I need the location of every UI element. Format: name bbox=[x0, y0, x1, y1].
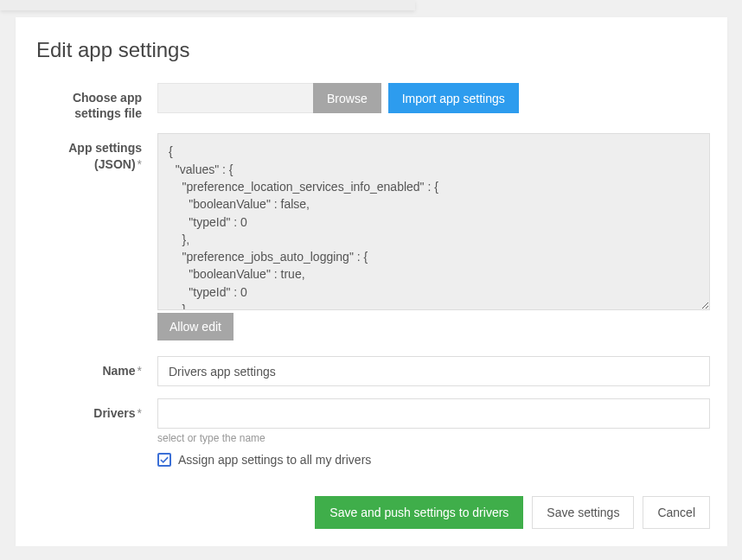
save-settings-button[interactable]: Save settings bbox=[532, 496, 634, 529]
top-shadow bbox=[0, 0, 415, 10]
assign-all-row: Assign app settings to all my drivers bbox=[157, 453, 710, 467]
json-row: App settings (JSON)* Allow edit bbox=[36, 133, 710, 340]
json-label: App settings (JSON)* bbox=[36, 133, 157, 171]
name-input[interactable] bbox=[157, 356, 710, 386]
assign-all-checkbox[interactable] bbox=[157, 453, 171, 467]
choose-file-label: Choose app settings file bbox=[36, 83, 157, 121]
browse-button[interactable]: Browse bbox=[313, 83, 381, 113]
app-settings-json-textarea[interactable] bbox=[157, 133, 710, 310]
edit-app-settings-modal: Edit app settings Choose app settings fi… bbox=[16, 17, 727, 546]
drivers-hint: select or type the name bbox=[157, 432, 710, 444]
name-row: Name* bbox=[36, 356, 710, 386]
allow-edit-button[interactable]: Allow edit bbox=[157, 313, 233, 340]
save-and-push-button[interactable]: Save and push settings to drivers bbox=[315, 496, 523, 529]
drivers-row: Drivers* select or type the name Assign … bbox=[36, 398, 710, 467]
modal-title: Edit app settings bbox=[36, 38, 710, 62]
import-app-settings-button[interactable]: Import app settings bbox=[388, 83, 519, 113]
assign-all-label: Assign app settings to all my drivers bbox=[178, 453, 371, 467]
check-icon bbox=[160, 455, 169, 464]
drivers-input[interactable] bbox=[157, 398, 710, 429]
file-picker: Browse bbox=[157, 83, 381, 113]
file-path-display[interactable] bbox=[157, 83, 313, 113]
name-label: Name* bbox=[36, 356, 157, 379]
modal-footer: Save and push settings to drivers Save s… bbox=[36, 496, 710, 529]
choose-file-row: Choose app settings file Browse Import a… bbox=[36, 83, 710, 121]
cancel-button[interactable]: Cancel bbox=[643, 496, 710, 529]
drivers-label: Drivers* bbox=[36, 398, 157, 421]
